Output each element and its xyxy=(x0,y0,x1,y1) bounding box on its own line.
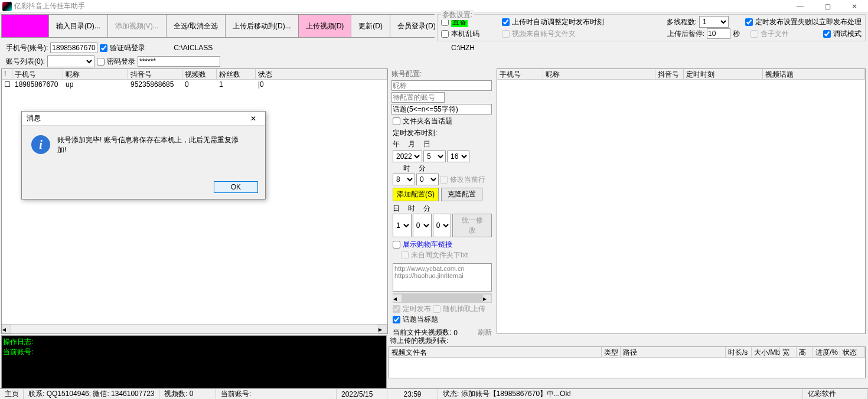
phone-input[interactable] xyxy=(50,42,97,53)
config-label: 账号配置: xyxy=(389,68,495,80)
main-toolbar: 生成脚本(M) 输入目录(D)... 添加视频(V)... 全选/取消全选 上传… xyxy=(1,14,435,38)
status-videos: 视频数: 0 xyxy=(159,389,216,399)
close-button[interactable]: ✕ xyxy=(841,0,868,13)
ucol-size[interactable]: 大小/Mb xyxy=(752,347,780,357)
log-line2: 当前账号: xyxy=(3,347,385,357)
status-contact: 联系: QQ15104946; 微信: 13461007723 xyxy=(24,389,159,399)
statusbar: 主页 联系: QQ15104946; 微信: 13461007723 视频数: … xyxy=(0,388,868,399)
pause-input[interactable] xyxy=(707,28,730,39)
path2-label: C:\HZH xyxy=(451,44,475,52)
gen-script-button[interactable]: 生成脚本(M) xyxy=(2,15,49,37)
fallback-checkbox[interactable]: 定时发布设置失败以立即发布处理 xyxy=(745,17,862,27)
ucol-dur[interactable]: 时长/s xyxy=(726,347,752,357)
subfile-checkbox: 含子文件 xyxy=(750,29,789,39)
nick-input[interactable] xyxy=(391,80,492,91)
verify-login-checkbox[interactable]: 验证码登录 xyxy=(100,43,145,53)
pending-account-input[interactable] xyxy=(391,92,445,103)
status-home[interactable]: 主页 xyxy=(0,389,24,399)
modify-row-checkbox: 修改当前行 xyxy=(440,175,485,185)
col-check[interactable]: ! xyxy=(2,69,12,79)
local-encoding-checkbox[interactable]: 本机乱码 xyxy=(441,29,479,39)
input-dir-button[interactable]: 输入目录(D)... xyxy=(49,15,108,37)
video-from-folder-checkbox: 视频来自账号文件夹 xyxy=(502,29,576,39)
urls-textarea[interactable]: http://www.ycbat.com.cn https://haohuo.j… xyxy=(393,263,492,292)
scheduled-checkbox: 定时发布 xyxy=(393,304,431,314)
topic-title-checkbox[interactable]: 话题当标题 xyxy=(393,315,438,325)
minimize-button[interactable]: — xyxy=(787,0,814,13)
year-select[interactable]: 2022 xyxy=(393,151,422,162)
accounts-table: ! 手机号 昵称 抖音号 视频数 粉丝数 状态 ☐ 18985867670 up… xyxy=(1,68,388,334)
settings-legend: 参数设置: xyxy=(441,10,474,20)
rcol-nick[interactable]: 昵称 xyxy=(543,69,655,79)
accounts-select[interactable] xyxy=(47,55,94,67)
col-videos[interactable]: 视频数 xyxy=(182,69,217,79)
rcol-time[interactable]: 定时时刻 xyxy=(684,69,763,79)
status-date: 2022/5/15 xyxy=(337,389,387,399)
debug-checkbox[interactable]: 调试模式 xyxy=(823,29,862,39)
log-area: 操作日志: 当前账号: xyxy=(1,335,387,388)
ucol-prog[interactable]: 进度/% xyxy=(813,347,840,357)
unify-button[interactable]: 统一修改 xyxy=(452,214,492,237)
main-area: ! 手机号 昵称 抖音号 视频数 粉丝数 状态 ☐ 18985867670 up… xyxy=(0,68,868,334)
url-hscroll[interactable]: ◂▸ xyxy=(393,293,492,303)
move-after-upload-button[interactable]: 上传后移动到(D)... xyxy=(226,15,299,37)
log-line1: 操作日志: xyxy=(3,337,385,347)
folder-topic-checkbox[interactable]: 文件夹名当话题 xyxy=(393,116,452,126)
phone-label: 手机号(账号): xyxy=(6,43,48,53)
pwd-input[interactable] xyxy=(138,56,220,67)
month-select[interactable]: 5 xyxy=(423,151,446,162)
select-all-button[interactable]: 全选/取消全选 xyxy=(167,15,226,37)
rcol-topic[interactable]: 视频话题 xyxy=(763,69,865,79)
col-phone[interactable]: 手机号 xyxy=(12,69,63,79)
auto-adjust-checkbox[interactable]: 上传时自动调整定时发布时刻 xyxy=(502,17,604,27)
day-select[interactable]: 16 xyxy=(447,151,469,162)
status-state: 状态: 添加账号【18985867670】中...Ok! xyxy=(438,389,803,399)
status-time: 23:59 xyxy=(387,389,438,399)
col-fans[interactable]: 粉丝数 xyxy=(217,69,256,79)
member-login-button[interactable]: 会员登录(D) xyxy=(390,15,443,37)
clone-config-button[interactable]: 克隆配置 xyxy=(441,188,482,201)
maximize-button[interactable]: ▢ xyxy=(814,0,841,13)
rcol-phone[interactable]: 手机号 xyxy=(497,69,543,79)
accounts-label: 账号列表(0): xyxy=(6,57,45,67)
topic-input[interactable] xyxy=(391,104,492,115)
col-nick[interactable]: 昵称 xyxy=(63,69,128,79)
info-icon: i xyxy=(31,135,50,154)
rcol-douyin[interactable]: 抖音号 xyxy=(655,69,684,79)
upload-list-panel: 待上传的视频列表: 视频文件名 类型 路径 时长/s 大小/Mb 宽 高 进度/… xyxy=(389,335,866,378)
add-video-button[interactable]: 添加视频(V)... xyxy=(108,15,167,37)
upload-video-button[interactable]: 上传视频(D) xyxy=(299,15,352,37)
hour-select[interactable]: 8 xyxy=(393,174,415,185)
settings-panel: 参数设置: 置备 上传时自动调整定时发布时刻 多线程数: 1 定时发布设置失败以… xyxy=(437,14,866,41)
add-config-button[interactable]: 添加配置(S) xyxy=(393,188,439,201)
config-table: 手机号 昵称 抖音号 定时时刻 视频话题 xyxy=(497,68,866,334)
titlebar: 亿彩抖音上传挂车助手 — ▢ ✕ xyxy=(0,0,868,13)
pause-unit: 秒 xyxy=(733,29,740,39)
minute-select[interactable]: 0 xyxy=(416,174,439,185)
ucol-h[interactable]: 高 xyxy=(797,347,813,357)
ucol-stat[interactable]: 状态 xyxy=(840,347,865,357)
account-config-panel: 账号配置: 文件夹名当话题 定时发布时刻: 年月日 2022 5 16 时分 8… xyxy=(389,68,495,334)
table-row[interactable]: ☐ 18985867670 up 95235868685 0 1 |0 xyxy=(2,80,387,90)
offset-hour-select[interactable]: 0 xyxy=(413,214,432,237)
offset-day-select[interactable]: 1 xyxy=(393,214,412,237)
offset-min-select[interactable]: 0 xyxy=(433,214,452,237)
col-douyin[interactable]: 抖音号 xyxy=(128,69,182,79)
status-brand: 亿彩软件 xyxy=(803,389,868,399)
ucol-type[interactable]: 类型 xyxy=(602,347,621,357)
dialog-close-button[interactable]: ✕ xyxy=(242,115,265,123)
threads-select[interactable]: 1 xyxy=(699,16,729,28)
pwd-login-checkbox[interactable]: 密码登录 xyxy=(97,57,135,67)
update-button[interactable]: 更新(D) xyxy=(351,15,390,37)
pause-label: 上传后暂停: xyxy=(667,29,704,39)
ok-button[interactable]: OK xyxy=(214,181,258,193)
path1-label: C:\AICLASS xyxy=(174,44,213,52)
ucol-filename[interactable]: 视频文件名 xyxy=(389,347,602,357)
window-title: 亿彩抖音上传挂车助手 xyxy=(14,1,787,11)
ucol-path[interactable]: 路径 xyxy=(621,347,726,357)
ucol-w[interactable]: 宽 xyxy=(780,347,797,357)
message-dialog: 消息 ✕ i 账号添加完毕! 账号信息将保存在本机上，此后无需重复添加! OK xyxy=(21,111,266,200)
hscrollbar[interactable]: ◂▸ xyxy=(2,324,387,333)
col-status[interactable]: 状态 xyxy=(256,69,387,79)
show-cart-checkbox[interactable]: 展示购物车链接 xyxy=(393,240,452,250)
